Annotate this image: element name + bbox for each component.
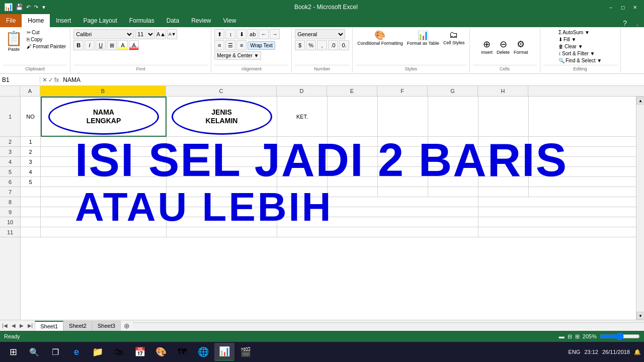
quick-save[interactable]: 💾 [16,4,23,11]
format-as-table-button[interactable]: 📊 Format as Table [406,29,441,64]
tab-file[interactable]: File [0,14,22,27]
col-header-e[interactable]: E [327,86,377,96]
cell-styles-button[interactable]: 🗂 Cell Styles [442,29,466,64]
folder-button[interactable]: 📁 [88,343,108,361]
cell-h1[interactable] [478,97,529,137]
page-break-view-button[interactable]: ⊞ [575,333,580,340]
merge-center-button[interactable]: Merge & Center ▼ [214,51,261,60]
cell-f6[interactable] [378,177,428,187]
minimize-button[interactable]: – [606,3,616,11]
ribbon-collapse-button[interactable]: ▲ [631,22,644,27]
cell-b3[interactable] [41,147,167,157]
row-header-7[interactable]: 7 [0,187,20,197]
decrease-decimal-button[interactable]: 0. [339,40,349,50]
cell-e2[interactable] [328,137,378,147]
cell-d1[interactable]: KET. [277,97,328,137]
format-painter-button[interactable]: 🖌 Format Painter [26,43,67,50]
font-color-button[interactable]: A [129,40,139,50]
start-button[interactable]: ⊞ [3,343,23,361]
row-header-2[interactable]: 2 [0,137,20,147]
row-header-4[interactable]: 4 [0,157,20,167]
row-header-1[interactable]: 1 [0,97,20,137]
tab-review[interactable]: Review [185,14,217,27]
sheet-tab-sheet2[interactable]: Sheet2 [63,321,92,331]
cell-h2[interactable] [478,137,529,147]
cell-e6[interactable] [328,177,378,187]
cell-b9[interactable] [41,207,167,217]
cell-h3[interactable] [478,147,529,157]
cell-c4[interactable] [167,157,277,167]
scroll-down-button[interactable]: ▼ [636,312,644,320]
cell-g4[interactable] [428,157,478,167]
scroll-thumb[interactable] [636,105,644,312]
fill-button[interactable]: ⬇ Fill ▼ [557,36,603,43]
cell-e5[interactable] [328,167,378,177]
row-header-8[interactable]: 8 [0,197,20,207]
cell-f7[interactable] [378,187,428,197]
chrome-button[interactable]: 🌐 [193,343,213,361]
find-select-button[interactable]: 🔍 Find & Select ▼ [557,57,603,64]
cell-d4[interactable] [277,157,328,167]
cell-c7[interactable] [167,187,277,197]
cell-d8[interactable] [277,197,478,207]
cell-d2[interactable] [277,137,328,147]
font-family-select[interactable]: Calibri [73,29,134,39]
tab-insert[interactable]: Insert [50,14,77,27]
font-size-select[interactable]: 11 [135,29,155,39]
cell-b2[interactable] [41,137,167,147]
cell-e4[interactable] [328,157,378,167]
cell-a1[interactable]: NO [21,97,41,137]
sheet-nav-prev[interactable]: ◀ [10,323,18,328]
cell-a11[interactable] [21,227,41,237]
wrap-text-button[interactable]: Wrap Text [248,41,275,50]
cell-c9[interactable] [167,207,277,217]
border-button[interactable]: ⊞ [107,40,117,50]
zoom-slider[interactable] [600,332,640,340]
comma-button[interactable]: , [317,40,327,50]
cell-c11[interactable] [167,227,277,237]
cut-button[interactable]: ✂ Cut [26,29,67,36]
cell-reference-box[interactable]: B1 [0,76,40,83]
format-cells-button[interactable]: ⚙ Format [512,38,530,55]
cell-c5[interactable] [167,167,277,177]
paint-button[interactable]: 🎨 [151,343,171,361]
sort-filter-button[interactable]: ↕ Sort & Filter ▼ [557,50,603,57]
row-header-11[interactable]: 11 [0,227,20,237]
cell-d10[interactable] [277,217,478,227]
align-right-button[interactable]: ≡ [236,40,247,50]
page-layout-view-button[interactable]: ⊟ [568,333,572,340]
col-header-f[interactable]: F [377,86,428,96]
col-header-g[interactable]: G [428,86,478,96]
horizontal-scrollbar[interactable] [133,322,644,329]
add-sheet-button[interactable]: ⊕ [121,322,133,330]
cell-d3[interactable] [277,147,328,157]
indent-decrease-button[interactable]: ← [259,29,269,39]
cell-a6[interactable]: 5 [21,177,41,187]
video-button[interactable]: 🎬 [235,343,256,361]
cell-g2[interactable] [428,137,478,147]
store-button[interactable]: 🛍 [109,343,129,361]
decrease-font-button[interactable]: A▼ [167,29,177,39]
increase-font-button[interactable]: A▲ [156,29,166,39]
insert-cells-button[interactable]: ⊕ Insert [480,38,495,55]
cell-h6[interactable] [478,177,529,187]
help-icon[interactable]: ? [619,19,631,27]
cell-h4[interactable] [478,157,529,167]
search-button[interactable]: 🔍 [24,343,44,361]
cell-e3[interactable] [328,147,378,157]
cell-d7[interactable] [277,187,328,197]
paste-button[interactable]: 📋 Paste [3,29,25,64]
sheet-nav-next[interactable]: ▶ [18,323,26,328]
cell-b4[interactable] [41,157,167,167]
increase-decimal-button[interactable]: .0 [328,40,338,50]
cell-a7[interactable] [21,187,41,197]
quick-expand[interactable]: ▼ [41,5,46,10]
cell-c6[interactable] [167,177,277,187]
close-button[interactable]: ✕ [630,3,640,11]
cell-a3[interactable]: 2 [21,147,41,157]
formula-cancel-button[interactable]: ✕ [42,76,47,83]
cell-c8[interactable] [167,197,277,207]
insert-function-button[interactable]: fx [54,76,59,83]
indent-increase-button[interactable]: → [270,29,280,39]
row-header-10[interactable]: 10 [0,217,20,227]
